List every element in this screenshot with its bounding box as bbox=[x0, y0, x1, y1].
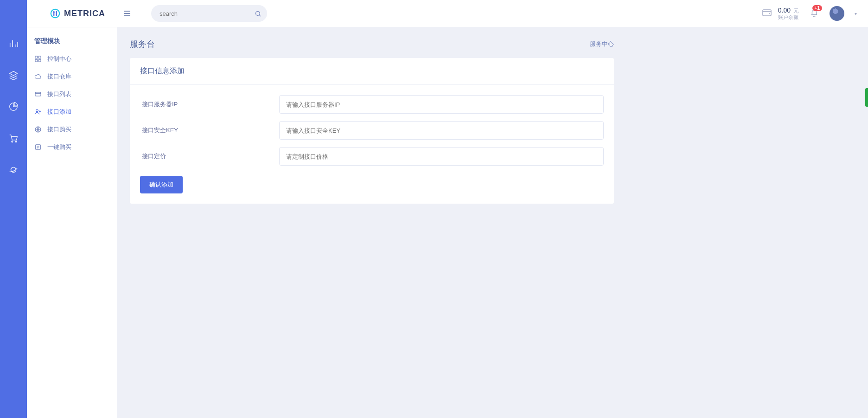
input-sec-key[interactable] bbox=[279, 121, 604, 140]
pie-chart-icon bbox=[8, 102, 19, 112]
sidebar-item-label: 接口列表 bbox=[47, 90, 71, 98]
scroll-indicator bbox=[865, 88, 868, 107]
user-menu-chevron[interactable]: ▾ bbox=[855, 11, 857, 16]
cart-icon bbox=[8, 133, 19, 143]
page-title: 服务台 bbox=[130, 39, 155, 50]
breadcrumb[interactable]: 服务中心 bbox=[590, 40, 614, 48]
balance-label: 账户余额 bbox=[778, 14, 799, 20]
svg-point-14 bbox=[255, 11, 260, 15]
brand-logo[interactable]: METRICA bbox=[36, 8, 117, 19]
svg-rect-7 bbox=[35, 92, 41, 96]
balance-amount: 0.00 bbox=[778, 6, 791, 14]
rail-item-pie[interactable] bbox=[7, 100, 20, 113]
form-card: 接口信息添加 接口服务器IP 接口安全KEY 接口定价 确认添加 bbox=[130, 58, 614, 204]
balance-unit: 元 bbox=[793, 7, 799, 14]
planet-icon bbox=[8, 165, 19, 175]
sidebar-item-label: 控制中心 bbox=[47, 55, 71, 63]
search-input[interactable] bbox=[151, 5, 267, 22]
wallet-icon bbox=[761, 7, 772, 19]
rail-item-cart[interactable] bbox=[7, 132, 20, 145]
svg-point-12 bbox=[53, 12, 55, 13]
svg-rect-4 bbox=[38, 56, 41, 58]
sidebar-item-api-add[interactable]: 接口添加 bbox=[27, 103, 117, 121]
rail-item-planet[interactable] bbox=[7, 163, 20, 176]
sidebar-item-one-click-buy[interactable]: 一键购买 bbox=[27, 138, 117, 156]
user-plus-icon bbox=[34, 108, 42, 116]
card-icon bbox=[34, 90, 42, 98]
svg-rect-6 bbox=[38, 59, 41, 62]
brand-name: METRICA bbox=[64, 9, 105, 19]
logo-icon bbox=[50, 8, 60, 19]
rail-item-analytics[interactable] bbox=[7, 37, 20, 50]
search-icon bbox=[255, 10, 262, 17]
svg-point-1 bbox=[15, 141, 17, 142]
main: 服务台 服务中心 接口信息添加 接口服务器IP 接口安全KEY 接口定价 确认添… bbox=[117, 0, 627, 418]
input-price[interactable] bbox=[279, 147, 604, 166]
sidebar: 管理模块 控制中心 接口仓库 接口列表 接口添加 接口购买 一键购买 bbox=[27, 0, 117, 418]
grid-icon bbox=[34, 55, 42, 63]
balance-block[interactable]: 0.00 元 账户余额 bbox=[761, 6, 799, 20]
hamburger-icon bbox=[122, 9, 132, 18]
label-server-ip: 接口服务器IP bbox=[140, 100, 279, 109]
sidebar-item-label: 接口仓库 bbox=[47, 72, 71, 81]
sidebar-item-label: 一键购买 bbox=[47, 143, 71, 151]
globe-icon bbox=[34, 126, 42, 133]
sidebar-item-label: 接口添加 bbox=[47, 108, 71, 116]
layers-icon bbox=[8, 70, 19, 80]
svg-point-8 bbox=[36, 109, 38, 112]
svg-point-13 bbox=[56, 14, 57, 15]
svg-point-11 bbox=[51, 9, 59, 18]
rail-item-layers[interactable] bbox=[7, 69, 20, 82]
topbar: METRICA 0.00 元 账户余额 +1 bbox=[27, 0, 868, 27]
search-button[interactable] bbox=[251, 7, 264, 20]
sidebar-item-label: 接口购买 bbox=[47, 125, 71, 134]
input-server-ip[interactable] bbox=[279, 95, 604, 114]
sidebar-item-api-list[interactable]: 接口列表 bbox=[27, 85, 117, 103]
notifications-button[interactable]: +1 bbox=[809, 8, 819, 19]
label-sec-key: 接口安全KEY bbox=[140, 126, 279, 135]
cloud-icon bbox=[34, 73, 42, 80]
menu-toggle[interactable] bbox=[121, 8, 133, 19]
svg-rect-5 bbox=[35, 59, 38, 62]
label-price: 接口定价 bbox=[140, 152, 279, 161]
svg-point-0 bbox=[12, 141, 13, 142]
sidebar-section-title: 管理模块 bbox=[27, 32, 117, 50]
avatar[interactable] bbox=[830, 6, 844, 21]
nav-rail bbox=[0, 0, 27, 418]
sidebar-item-api-buy[interactable]: 接口购买 bbox=[27, 121, 117, 138]
submit-button[interactable]: 确认添加 bbox=[140, 176, 183, 193]
bar-chart-icon bbox=[8, 39, 19, 49]
svg-rect-15 bbox=[763, 10, 771, 16]
svg-rect-3 bbox=[35, 56, 38, 58]
list-icon bbox=[34, 143, 42, 151]
card-title: 接口信息添加 bbox=[130, 58, 614, 85]
search-box bbox=[151, 5, 267, 22]
sidebar-item-api-warehouse[interactable]: 接口仓库 bbox=[27, 68, 117, 85]
sidebar-item-control-center[interactable]: 控制中心 bbox=[27, 50, 117, 68]
notif-badge: +1 bbox=[812, 5, 822, 11]
